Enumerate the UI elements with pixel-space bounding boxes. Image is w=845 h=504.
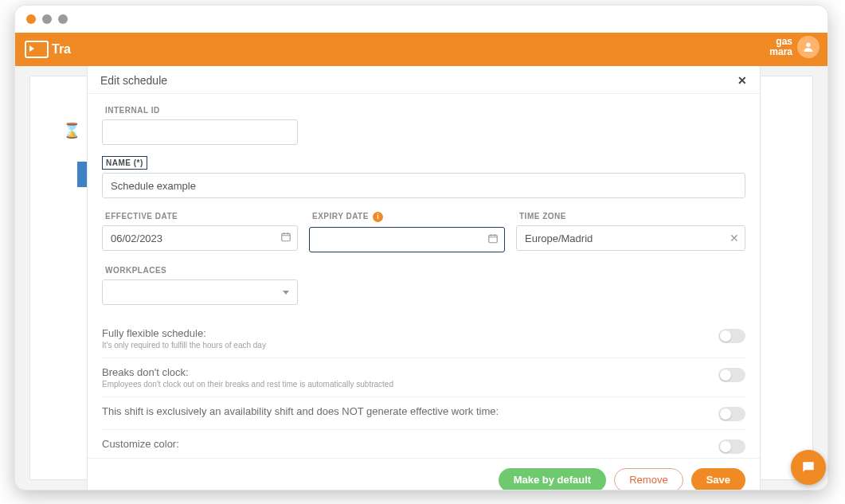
chat-icon: [800, 459, 816, 475]
remove-button[interactable]: Remove: [614, 468, 683, 491]
workplaces-label: WORKPLACES: [102, 264, 170, 276]
toggle-row-flexible: Fully flexible schedule: It's only requi…: [102, 319, 745, 358]
edit-schedule-modal: Edit schedule ✕ INTERNAL ID NAME (*) EFF…: [88, 66, 760, 490]
calendar-icon[interactable]: [487, 232, 499, 246]
make-default-button[interactable]: Make by default: [499, 468, 607, 491]
toggle-color[interactable]: [718, 440, 745, 454]
info-icon[interactable]: i: [373, 212, 383, 222]
window-min-dot[interactable]: [42, 14, 52, 24]
clear-icon[interactable]: ✕: [730, 232, 739, 244]
internal-id-label: INTERNAL ID: [102, 104, 163, 116]
toggle-row-breaks: Breaks don't clock: Employees don't cloc…: [102, 358, 745, 397]
expiry-date-input[interactable]: [309, 227, 505, 252]
toggle-row-color: Customize color:: [102, 430, 745, 458]
toggle-flexible[interactable]: [718, 329, 745, 343]
window-close-dot[interactable]: [26, 14, 36, 24]
toggle-sub: It's only required to fulfill the hours …: [102, 341, 266, 350]
toggle-row-availability: This shift is exclusively an availabilit…: [102, 397, 745, 430]
toggle-title: Customize color:: [102, 438, 179, 450]
chat-fab[interactable]: [791, 450, 826, 485]
modal-body[interactable]: INTERNAL ID NAME (*) EFFECTIVE DATE: [88, 94, 760, 458]
browser-window: Tra gas mara ⌛ Edit schedule ✕ INTERNAL: [14, 5, 828, 490]
timezone-input[interactable]: [516, 225, 745, 251]
effective-date-label: EFFECTIVE DATE: [102, 210, 181, 222]
calendar-icon[interactable]: [280, 232, 291, 245]
modal-title: Edit schedule: [100, 74, 167, 87]
close-icon[interactable]: ✕: [737, 74, 747, 87]
toggle-availability[interactable]: [718, 407, 745, 421]
name-input[interactable]: [102, 173, 745, 198]
toggle-title: Breaks don't clock:: [102, 366, 393, 378]
toggle-breaks[interactable]: [718, 368, 745, 382]
svg-rect-2: [489, 235, 498, 242]
internal-id-input[interactable]: [102, 119, 298, 145]
workplaces-select[interactable]: [102, 279, 298, 305]
modal-header: Edit schedule ✕: [88, 66, 760, 94]
save-button[interactable]: Save: [691, 468, 745, 491]
modal-footer: Make by default Remove Save: [88, 458, 760, 490]
window-max-dot[interactable]: [58, 14, 68, 24]
name-label: NAME (*): [102, 156, 147, 170]
modal-overlay: Edit schedule ✕ INTERNAL ID NAME (*) EFF…: [15, 33, 827, 490]
toggle-title: Fully flexible schedule:: [102, 327, 266, 339]
svg-rect-1: [282, 233, 291, 240]
timezone-label: TIME ZONE: [516, 210, 569, 222]
effective-date-input[interactable]: [102, 225, 298, 251]
mac-titlebar: [15, 6, 827, 33]
toggle-sub: Employees don't clock out on their break…: [102, 380, 393, 389]
toggle-title: This shift is exclusively an availabilit…: [102, 405, 499, 417]
expiry-date-label: EXPIRY DATE i: [309, 210, 386, 224]
